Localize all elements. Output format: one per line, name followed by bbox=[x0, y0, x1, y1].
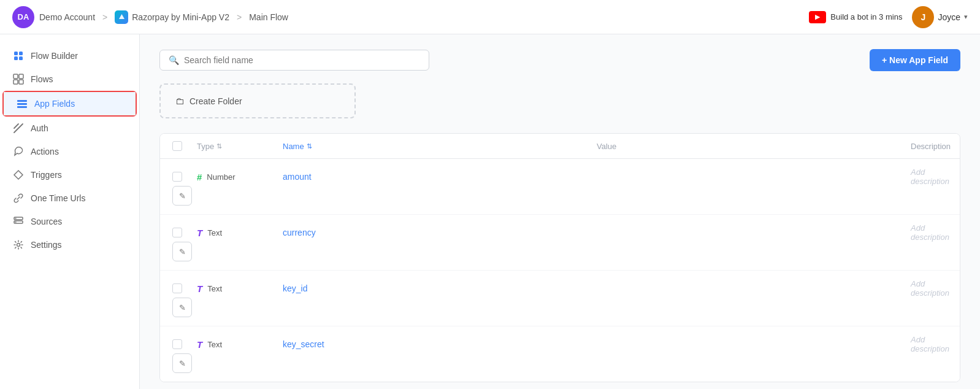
folder-icon: 🗀 bbox=[175, 96, 185, 106]
svg-line-11 bbox=[14, 124, 23, 133]
name-cell-2: currency bbox=[283, 228, 597, 237]
sidebar-label-auth: Auth bbox=[31, 123, 48, 133]
search-input[interactable] bbox=[184, 55, 420, 65]
header-value: Value bbox=[597, 141, 911, 151]
header-type: Type ⇅ bbox=[197, 141, 283, 151]
edit-button-1[interactable]: ✎ bbox=[172, 186, 192, 206]
sidebar-item-triggers[interactable]: Triggers bbox=[0, 163, 139, 187]
svg-rect-0 bbox=[14, 52, 18, 55]
hash-icon: # bbox=[197, 172, 202, 182]
create-folder-label: Create Folder bbox=[189, 96, 242, 106]
sources-icon bbox=[12, 216, 25, 227]
svg-line-12 bbox=[14, 124, 18, 128]
sidebar-label-app-fields: App Fields bbox=[34, 99, 75, 109]
app-fields-border: App Fields bbox=[2, 91, 137, 117]
breadcrumb: DA Demo Account > Razorpay by Mini-App V… bbox=[12, 6, 809, 28]
sidebar-item-one-time-urls[interactable]: One Time Urls bbox=[0, 187, 139, 210]
toolbar: 🔍 + New App Field bbox=[159, 49, 960, 71]
svg-rect-2 bbox=[14, 56, 18, 60]
table-row: T Text currency Add description ✎ bbox=[160, 215, 960, 271]
main-content: 🔍 + New App Field 🗀 Create Folder Type ⇅ bbox=[140, 34, 980, 389]
svg-rect-6 bbox=[13, 80, 18, 84]
one-time-urls-icon bbox=[12, 193, 25, 204]
row-checkbox-cell-4 bbox=[172, 339, 197, 349]
flows-icon bbox=[12, 74, 25, 85]
sidebar-item-actions[interactable]: Actions bbox=[0, 140, 139, 163]
actions-cell-4: ✎ bbox=[172, 353, 197, 373]
actions-cell-2: ✎ bbox=[172, 242, 197, 261]
fields-table: Type ⇅ Name ⇅ Value Description bbox=[159, 133, 960, 382]
type-cell-4: T Text bbox=[197, 339, 283, 350]
row-checkbox-2[interactable] bbox=[172, 228, 182, 237]
flow-name: Main Flow bbox=[249, 12, 288, 22]
header-description: Description bbox=[911, 141, 947, 151]
row-checkbox-cell-1 bbox=[172, 172, 197, 182]
sidebar-item-auth[interactable]: Auth bbox=[0, 117, 139, 140]
edit-button-4[interactable]: ✎ bbox=[172, 353, 192, 373]
main-layout: Flow Builder Flows bbox=[0, 34, 980, 389]
sidebar-label-one-time-urls: One Time Urls bbox=[31, 193, 85, 203]
name-cell-1: amount bbox=[283, 172, 597, 182]
triggers-icon bbox=[12, 169, 25, 180]
app-breadcrumb: Razorpay by Mini-App V2 bbox=[115, 10, 229, 24]
desc-cell-3: Add description bbox=[911, 279, 947, 298]
search-box[interactable]: 🔍 bbox=[159, 50, 429, 71]
edit-button-2[interactable]: ✎ bbox=[172, 242, 192, 261]
sidebar: Flow Builder Flows bbox=[0, 34, 140, 389]
sidebar-label-triggers: Triggers bbox=[31, 170, 62, 180]
row-checkbox-3[interactable] bbox=[172, 283, 182, 293]
edit-button-3[interactable]: ✎ bbox=[172, 298, 192, 317]
header-right: ▶ Build a bot in 3 mins J Joyce ▾ bbox=[809, 6, 968, 28]
svg-rect-10 bbox=[17, 106, 27, 108]
name-cell-3: key_id bbox=[283, 283, 597, 293]
youtube-icon: ▶ bbox=[809, 11, 826, 23]
svg-rect-3 bbox=[19, 56, 23, 60]
sidebar-item-flow-builder[interactable]: Flow Builder bbox=[0, 44, 139, 67]
new-app-field-button[interactable]: + New App Field bbox=[870, 49, 960, 71]
desc-cell-1: Add description bbox=[911, 168, 947, 186]
table-row: # Number amount Add description ✎ bbox=[160, 159, 960, 215]
auth-icon bbox=[12, 123, 25, 134]
build-bot-label: Build a bot in 3 mins bbox=[830, 12, 902, 21]
app-icon bbox=[115, 10, 128, 24]
svg-rect-1 bbox=[19, 52, 23, 55]
sidebar-item-sources[interactable]: Sources bbox=[0, 210, 139, 233]
text-icon-2: T bbox=[197, 228, 202, 238]
header-checkbox[interactable] bbox=[172, 141, 182, 151]
top-header: DA Demo Account > Razorpay by Mini-App V… bbox=[0, 0, 980, 34]
sidebar-label-flow-builder: Flow Builder bbox=[31, 51, 78, 61]
svg-point-17 bbox=[17, 244, 20, 247]
text-icon-4: T bbox=[197, 339, 202, 350]
type-sort-icon[interactable]: ⇅ bbox=[216, 142, 222, 150]
build-bot-link[interactable]: ▶ Build a bot in 3 mins bbox=[809, 11, 902, 23]
name-sort-icon[interactable]: ⇅ bbox=[307, 142, 312, 150]
chevron-down-icon: ▾ bbox=[964, 13, 968, 21]
user-initials: J bbox=[921, 12, 926, 22]
row-checkbox-1[interactable] bbox=[172, 172, 182, 182]
user-menu[interactable]: J Joyce ▾ bbox=[912, 6, 968, 28]
sidebar-label-settings: Settings bbox=[31, 240, 62, 250]
header-name: Name ⇅ bbox=[283, 141, 597, 151]
name-cell-4: key_secret bbox=[283, 339, 597, 349]
sidebar-item-settings[interactable]: Settings bbox=[0, 233, 139, 256]
settings-icon bbox=[12, 239, 25, 250]
header-checkbox-cell bbox=[172, 141, 197, 151]
user-avatar: J bbox=[912, 6, 934, 28]
sidebar-item-app-fields[interactable]: App Fields bbox=[4, 92, 136, 115]
table-row: T Text key_secret Add description ✎ bbox=[160, 326, 960, 382]
row-checkbox-4[interactable] bbox=[172, 339, 182, 349]
svg-rect-5 bbox=[19, 74, 23, 79]
table-row: T Text key_id Add description ✎ bbox=[160, 271, 960, 326]
create-folder-button[interactable]: 🗀 Create Folder bbox=[159, 83, 356, 118]
svg-rect-8 bbox=[17, 100, 27, 102]
breadcrumb-sep-2: > bbox=[237, 12, 242, 22]
user-name-label: Joyce bbox=[938, 12, 960, 22]
row-checkbox-cell-2 bbox=[172, 228, 197, 237]
actions-cell-3: ✎ bbox=[172, 298, 197, 317]
type-cell-3: T Text bbox=[197, 283, 283, 294]
type-cell-2: T Text bbox=[197, 228, 283, 238]
svg-rect-7 bbox=[19, 80, 23, 84]
account-avatar[interactable]: DA bbox=[12, 6, 34, 28]
svg-rect-9 bbox=[17, 103, 27, 105]
sidebar-item-flows[interactable]: Flows bbox=[0, 67, 139, 91]
